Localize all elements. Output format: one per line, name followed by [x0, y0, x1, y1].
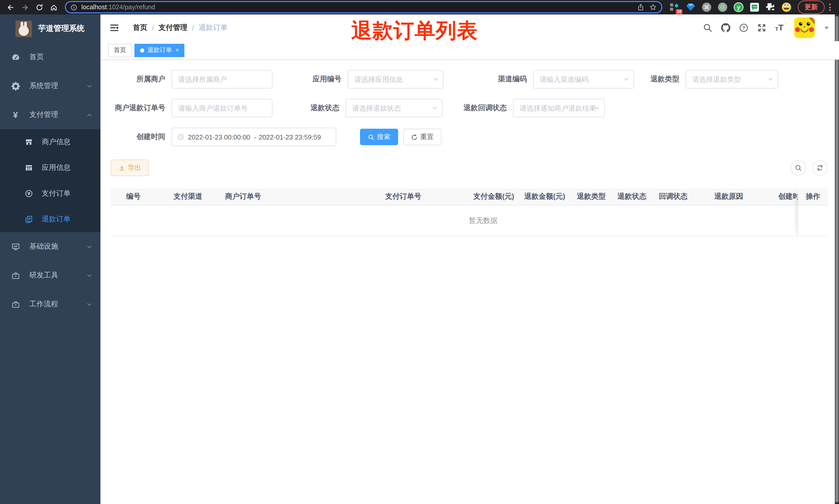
column-header: 退款金额(元) — [519, 192, 572, 201]
sidebar-item-label: 支付管理 — [29, 110, 58, 120]
search-icon[interactable] — [703, 23, 712, 32]
extension-chat-icon[interactable] — [749, 2, 760, 12]
refund-status-input[interactable] — [345, 99, 442, 118]
briefcase-icon — [10, 300, 21, 309]
grid-icon — [24, 164, 34, 172]
page: localhost:1024/pay/refund 10 ⌘ — [0, 0, 839, 504]
hide-search-button[interactable] — [790, 160, 806, 176]
sidebar-item-pay[interactable]: ¥ 支付管理 — [0, 101, 101, 129]
app-input[interactable] — [347, 70, 444, 89]
sidebar-item-merchant-info[interactable]: 商户信息 — [0, 129, 101, 155]
sidebar-item-refund-order[interactable]: 退款订单 — [0, 206, 101, 232]
table-body: 暂无数据 — [111, 205, 828, 236]
merchant-refund-no-input[interactable] — [172, 99, 272, 118]
browser-home-button[interactable] — [47, 1, 60, 13]
refund-type-select[interactable] — [685, 70, 778, 89]
breadcrumb-current: 退款订单 — [199, 23, 228, 32]
page-scrollbar[interactable] — [835, 14, 839, 504]
sidebar: 芋道管理系统 首页 系统管理 ¥ 支付管理 — [0, 14, 101, 504]
extension-y-icon[interactable]: y — [733, 2, 744, 12]
pay-submenu: 商户信息 应用信息 ¥ 支付订单 — [0, 129, 101, 232]
font-size-icon[interactable]: TT — [775, 24, 783, 32]
share-icon[interactable] — [637, 4, 644, 11]
browser-back-button[interactable] — [4, 1, 17, 13]
extension-command-icon[interactable]: ⌘ — [701, 2, 712, 12]
store-icon — [24, 138, 34, 146]
extensions-puzzle-icon[interactable] — [765, 2, 775, 12]
avatar-dropdown-caret[interactable] — [825, 26, 829, 29]
refund-table: 编号 支付渠道 商户订单号 支付订单号 支付金额(元) 退款金额(元) 退款类型… — [111, 188, 828, 236]
site-info-icon[interactable] — [71, 4, 77, 11]
svg-text:y: y — [737, 4, 740, 11]
browser-update-button[interactable]: 更新 — [798, 1, 825, 14]
field-label: 创建时间 — [111, 132, 172, 142]
field-label: 退款类型 — [644, 75, 685, 84]
sidebar-item-app-info[interactable]: 应用信息 — [0, 155, 101, 181]
merchant-input[interactable] — [172, 70, 272, 89]
merchant-refund-no-field[interactable] — [172, 99, 272, 118]
reset-button[interactable]: 重置 — [403, 129, 441, 145]
sidebar-collapse-icon[interactable] — [109, 23, 120, 33]
extension-badge: 10 — [676, 9, 682, 14]
search-form-row-2: 商户退款订单号 退款状态 退款回调状态 — [111, 99, 828, 118]
breadcrumb-pay[interactable]: 支付管理 — [159, 23, 188, 32]
app-select[interactable] — [347, 70, 444, 89]
table-settings — [790, 160, 828, 176]
browser-reload-button[interactable] — [33, 1, 45, 13]
channel-select[interactable] — [533, 70, 634, 89]
date-start[interactable]: 2022-01-23 00:00:00 — [188, 133, 251, 141]
sidebar-item-system[interactable]: 系统管理 — [0, 72, 101, 101]
scrollbar-thumb[interactable] — [835, 16, 838, 502]
sidebar-item-home[interactable]: 首页 — [0, 43, 101, 72]
sidebar-item-infrastructure[interactable]: 基础设施 — [0, 232, 101, 261]
chevron-down-icon — [767, 76, 773, 83]
field-label: 所属商户 — [111, 75, 172, 84]
address-bar[interactable]: localhost:1024/pay/refund — [65, 1, 662, 13]
refund-type-input[interactable] — [685, 70, 778, 89]
extension-tabs-icon[interactable]: 10 — [670, 2, 680, 12]
column-header: 退款原因 — [709, 192, 773, 201]
sidebar-item-label: 首页 — [29, 53, 44, 62]
sidebar-item-workflow[interactable]: 工作流程 — [0, 290, 101, 319]
browser-menu-icon[interactable] — [829, 4, 831, 11]
merchant-select[interactable] — [172, 70, 272, 89]
github-icon[interactable] — [721, 23, 730, 32]
search-button[interactable]: 搜索 — [360, 129, 398, 145]
extension-proxy-icon[interactable] — [717, 2, 728, 12]
fullscreen-icon[interactable] — [757, 23, 766, 32]
breadcrumb-home[interactable]: 首页 — [133, 23, 147, 32]
column-header: 回调状态 — [654, 192, 709, 201]
chevron-down-icon — [432, 105, 438, 111]
extension-gem-icon[interactable] — [685, 2, 696, 12]
create-time-range-picker[interactable]: 2022-01-23 00:00:00 - 2022-01-23 23:59:5… — [172, 128, 336, 146]
url-text[interactable]: localhost:1024/pay/refund — [82, 4, 637, 11]
app-title: 芋道管理系统 — [38, 24, 85, 34]
sidebar-item-label: 支付订单 — [42, 189, 71, 198]
chevron-down-icon — [433, 76, 439, 83]
sidebar-item-dev-tools[interactable]: 研发工具 — [0, 261, 101, 290]
callback-status-input[interactable] — [513, 99, 605, 118]
avatar[interactable] — [794, 18, 815, 38]
yen-icon: ¥ — [10, 110, 21, 119]
chevron-down-icon — [623, 76, 629, 83]
help-icon[interactable]: ? — [739, 23, 748, 32]
tag-refund-order[interactable]: 退款订单 × — [135, 43, 185, 57]
channel-input[interactable] — [533, 70, 634, 89]
browser-forward-button[interactable] — [19, 1, 31, 13]
date-end[interactable]: 2022-01-23 23:59:59 — [259, 133, 322, 141]
column-header: 退款状态 — [612, 192, 654, 201]
callback-status-select[interactable] — [513, 99, 605, 118]
sidebar-logo-row[interactable]: 芋道管理系统 — [0, 14, 101, 43]
refund-status-select[interactable] — [345, 99, 442, 118]
tag-home[interactable]: 首页 — [108, 43, 132, 57]
sidebar-item-pay-order[interactable]: ¥ 支付订单 — [0, 181, 101, 206]
url-path: :1024/pay/refund — [107, 4, 155, 11]
bookmark-star-icon[interactable] — [649, 4, 657, 11]
clock-icon — [177, 133, 184, 141]
tag-close-icon[interactable]: × — [176, 47, 179, 53]
export-button[interactable]: 导出 — [111, 160, 149, 176]
refresh-button[interactable] — [812, 160, 828, 176]
fixed-action-column: 操作 — [798, 188, 828, 236]
extension-emoji-icon[interactable] — [781, 2, 792, 12]
sidebar-item-label: 工作流程 — [29, 300, 58, 309]
